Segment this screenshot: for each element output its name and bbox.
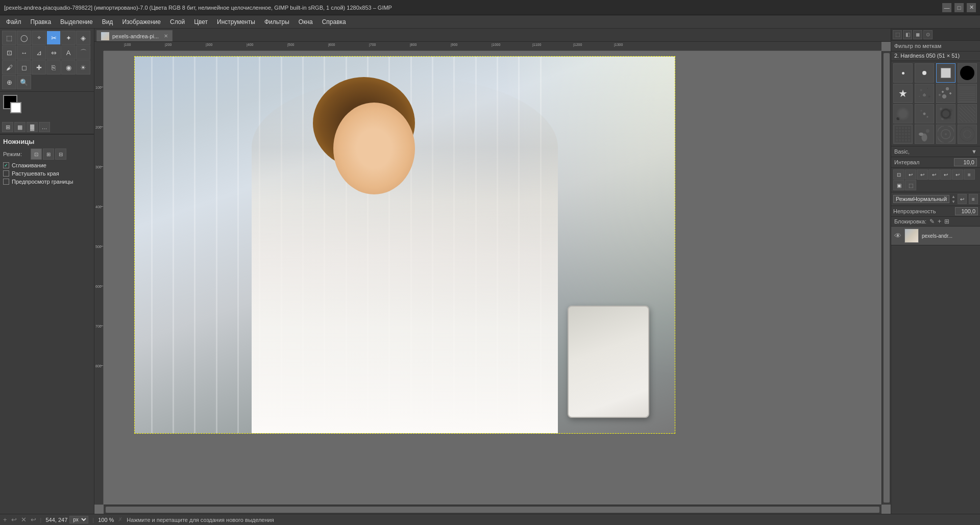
vertical-scrollbar[interactable] [881,51,891,505]
tool-scissors[interactable]: ✂ [46,31,61,45]
tool-fuzzy-select[interactable]: ✦ [61,31,76,45]
tool-blur[interactable]: ◉ [61,60,76,74]
brush-item-splat2[interactable] [936,84,955,103]
menu-image[interactable]: Изображение [118,17,165,27]
tool-flip[interactable]: ⇔ [46,45,61,60]
tool-measure[interactable]: ⊕ [2,75,16,89]
rp-icon-4[interactable]: ⊙ [923,30,933,39]
brush-item-grunge2[interactable] [936,124,955,144]
lock-position-icon[interactable]: + [938,218,941,225]
mode-add[interactable]: ⊞ [43,148,54,160]
status-add-icon[interactable]: + [3,516,7,523]
tool-transform[interactable]: ↔ [17,45,31,60]
scroll-thumb-vertical[interactable] [884,53,890,503]
tool-clone[interactable]: ⎘ [46,60,61,74]
menu-view[interactable]: Вид [98,17,117,27]
new-image-icon[interactable]: ⊞ [2,122,13,132]
brush-item-splat3[interactable] [936,104,955,123]
tool-crop[interactable]: ⊡ [2,45,16,60]
menu-color[interactable]: Цвет [190,17,212,27]
smoothing-checkbox[interactable]: ✓ [3,162,9,168]
action-btn-1[interactable]: ⊡ [893,169,904,180]
ruler-v-100: 100 [95,86,102,89]
layer-visibility-icon[interactable]: 👁 [894,232,901,240]
brush-item-star[interactable]: ★ [893,84,913,103]
gradients-icon[interactable]: ▓ [27,122,38,132]
feather-checkbox[interactable] [3,170,9,177]
tool-paint[interactable]: 🖌 [2,60,16,74]
tool-path[interactable]: ⌒ [76,45,90,60]
tool-color-select[interactable]: ◈ [76,31,90,45]
brush-item-dot[interactable] [915,63,934,83]
mode-replace[interactable]: ⊡ [31,148,42,160]
action-btn-3[interactable]: ↩ [917,169,928,180]
menu-select[interactable]: Выделение [56,17,97,27]
menu-filters[interactable]: Фильтры [260,17,293,27]
action-btn-6[interactable]: ↩ [952,169,963,180]
brush-item-texture2[interactable] [893,124,913,144]
rp-icon-3[interactable]: ◼ [913,30,922,39]
brush-dropdown-arrow[interactable]: ▼ [971,148,977,155]
scroll-thumb-horizontal[interactable] [106,507,879,513]
action-btn-4[interactable]: ↩ [928,169,940,180]
more-icon[interactable]: … [39,122,50,132]
action-btn-9[interactable]: ⬚ [905,180,916,190]
action-btn-8[interactable]: ▣ [893,180,904,190]
close-button[interactable]: ✕ [967,3,976,12]
rp-icon-2[interactable]: ◧ [903,30,912,39]
opacity-input[interactable]: 100,0 [955,207,978,215]
brush-item-grunge3[interactable] [958,124,977,144]
canvas-scrollable[interactable] [104,51,881,505]
title-bar: [pexels-andrea-piacquadio-789822] (импор… [0,0,980,15]
action-btn-7[interactable]: ≡ [964,169,975,180]
tool-free-select[interactable]: ⌖ [32,31,46,45]
brush-item-texture1[interactable] [958,104,977,123]
tool-text[interactable]: A [61,45,76,60]
brush-item-splat1[interactable] [915,84,934,103]
tool-eraser[interactable]: ◻ [17,60,31,74]
brush-item-lines[interactable] [958,84,977,103]
brush-item-chalk1[interactable] [893,104,913,123]
minimize-button[interactable]: — [942,3,951,12]
brush-item-square[interactable] [936,63,955,83]
menu-windows[interactable]: Окна [295,17,317,27]
image-tab-main[interactable]: pexels-andrea-pi... ✕ [96,30,173,41]
rp-icon-1[interactable]: ⬚ [893,30,902,39]
canvas-area[interactable]: |100 |200 |300 |400 |500 |600 |700 |800 … [94,42,891,514]
brush-item-circle-lg[interactable] [958,63,977,83]
tool-heal[interactable]: ✚ [32,60,46,74]
tool-rect-select[interactable]: ⬚ [2,31,16,45]
tool-ellipse-select[interactable]: ◯ [17,31,31,45]
patterns-icon[interactable]: ▦ [14,122,26,132]
brush-item-grunge1[interactable] [915,124,934,144]
mode-reset-btn[interactable]: ↩ [958,194,967,204]
action-btn-5[interactable]: ↩ [940,169,951,180]
mode-edit-btn[interactable]: ≡ [969,194,978,204]
menu-help[interactable]: Справка [318,17,350,27]
interval-input[interactable]: 10,0 [954,158,977,166]
brush-item-dot-sm[interactable] [893,63,913,83]
menu-edit[interactable]: Правка [27,17,56,27]
action-btn-2[interactable]: ↩ [905,169,916,180]
background-color[interactable] [10,102,21,113]
horizontal-scrollbar[interactable] [104,505,881,514]
mode-arrow-up[interactable]: ▲ [951,194,955,199]
tool-perspective[interactable]: ⊿ [32,45,46,60]
status-undo-icon[interactable]: ↩ [11,516,17,523]
menu-tools[interactable]: Инструменты [213,17,259,27]
mode-arrow-down[interactable]: ▼ [951,199,955,204]
maximize-button[interactable]: □ [954,3,964,12]
tab-close-icon[interactable]: ✕ [164,33,168,39]
mode-subtract[interactable]: ⊟ [55,148,66,160]
unit-select[interactable]: px % [69,516,88,523]
menu-layer[interactable]: Слой [166,17,189,27]
menu-file[interactable]: Файл [2,17,26,27]
brush-item-chalk2[interactable] [915,104,934,123]
border-checkbox[interactable] [3,179,9,185]
lock-all-icon[interactable]: ⊞ [944,218,949,225]
lock-pixel-icon[interactable]: ✎ [929,218,935,225]
status-cancel-icon[interactable]: ✕ [21,516,27,523]
status-info-icon[interactable]: ↩ [31,516,36,523]
tool-dodge[interactable]: ☀ [76,60,90,74]
tool-magnify[interactable]: 🔍 [17,75,31,89]
